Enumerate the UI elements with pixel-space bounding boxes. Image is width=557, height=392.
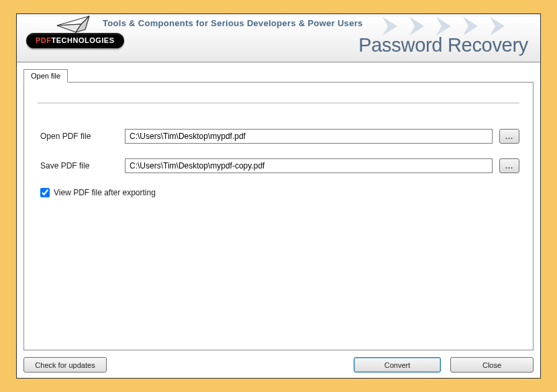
save-pdf-input[interactable]: [125, 158, 493, 173]
paper-plane-icon: [56, 15, 96, 39]
app-title: Password Recovery: [358, 34, 528, 56]
save-pdf-row: Save PDF file ...: [38, 158, 519, 173]
divider: [38, 103, 519, 103]
tabbar: Open file: [17, 66, 540, 82]
logo-text-pdf: PDF: [36, 36, 52, 44]
view-after-checkbox[interactable]: [40, 188, 50, 197]
convert-button[interactable]: Convert: [354, 357, 441, 373]
header: Tools & Components for Serious Developer…: [17, 14, 540, 62]
open-pdf-row: Open PDF file ...: [38, 129, 519, 144]
save-pdf-label: Save PDF file: [38, 161, 125, 170]
tagline: Tools & Components for Serious Developer…: [103, 18, 363, 28]
tab-open-file[interactable]: Open file: [23, 69, 68, 83]
footer: Check for updates Convert Close: [17, 356, 540, 378]
open-pdf-browse-button[interactable]: ...: [499, 129, 519, 144]
app-window: Tools & Components for Serious Developer…: [16, 13, 541, 379]
open-pdf-label: Open PDF file: [38, 132, 125, 141]
save-pdf-browse-button[interactable]: ...: [499, 158, 519, 173]
check-updates-button[interactable]: Check for updates: [23, 357, 107, 373]
close-button[interactable]: Close: [450, 357, 534, 373]
view-after-label[interactable]: View PDF file after exporting: [54, 188, 156, 197]
open-pdf-input[interactable]: [125, 129, 493, 144]
view-after-row: View PDF file after exporting: [38, 188, 519, 197]
main-panel: Open PDF file ... Save PDF file ... View…: [23, 82, 534, 350]
logo: PDFTECHNOLOGIES: [26, 17, 124, 32]
